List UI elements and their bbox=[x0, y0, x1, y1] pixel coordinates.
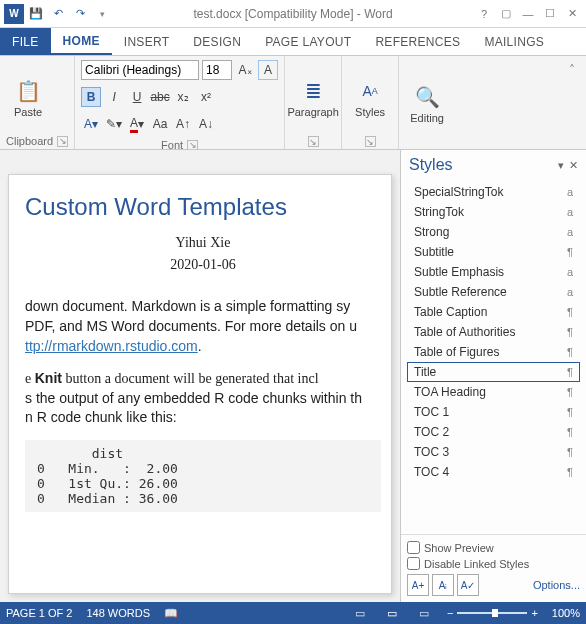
disable-linked-checkbox[interactable]: Disable Linked Styles bbox=[407, 557, 580, 570]
editing-button[interactable]: 🔍Editing bbox=[405, 70, 449, 136]
style-item[interactable]: Title¶ bbox=[407, 362, 580, 382]
tab-file[interactable]: FILE bbox=[0, 28, 51, 55]
style-item[interactable]: TOC 2¶ bbox=[407, 422, 580, 442]
shrink-font-icon[interactable]: A↓ bbox=[196, 114, 216, 134]
underline-button[interactable]: U bbox=[127, 87, 147, 107]
highlight-icon[interactable]: ✎▾ bbox=[104, 114, 124, 134]
style-item-mark: ¶ bbox=[567, 446, 573, 458]
clear-formatting-icon[interactable]: Aₓ bbox=[235, 60, 255, 80]
clipboard-launch-icon[interactable]: ↘ bbox=[57, 136, 68, 147]
paragraph-launch-icon[interactable]: ↘ bbox=[308, 136, 319, 147]
styles-launch-icon[interactable]: ↘ bbox=[365, 136, 376, 147]
bold-button[interactable]: B bbox=[81, 87, 101, 107]
change-case-icon[interactable]: A bbox=[258, 60, 278, 80]
collapse-ribbon-icon[interactable]: ˄ bbox=[562, 60, 582, 80]
group-styles: AAStyles ↘ bbox=[342, 56, 399, 149]
new-style-icon[interactable]: A+ bbox=[407, 574, 429, 596]
ribbon-display-icon[interactable]: ▢ bbox=[496, 4, 516, 24]
italic-button[interactable]: I bbox=[104, 87, 124, 107]
tab-mailings[interactable]: MAILINGS bbox=[472, 28, 556, 55]
style-item-mark: a bbox=[567, 266, 573, 278]
style-item[interactable]: Subtle Emphasisa bbox=[407, 262, 580, 282]
style-item[interactable]: TOC 4¶ bbox=[407, 462, 580, 482]
doc-date[interactable]: 2020-01-06 bbox=[25, 257, 381, 273]
style-item[interactable]: TOA Heading¶ bbox=[407, 382, 580, 402]
strikethrough-button[interactable]: abc bbox=[150, 87, 170, 107]
subscript-button[interactable]: x₂ bbox=[173, 87, 193, 107]
font-launch-icon[interactable]: ↘ bbox=[187, 140, 198, 151]
grow-font-icon[interactable]: A↑ bbox=[173, 114, 193, 134]
styles-button[interactable]: AAStyles bbox=[348, 64, 392, 130]
zoom-in-button[interactable]: + bbox=[531, 607, 537, 619]
style-item-name: Strong bbox=[414, 225, 449, 239]
style-item-mark: ¶ bbox=[567, 326, 573, 338]
style-item[interactable]: Table of Figures¶ bbox=[407, 342, 580, 362]
zoom-out-button[interactable]: − bbox=[447, 607, 453, 619]
view-web-icon[interactable]: ▭ bbox=[415, 606, 433, 620]
style-item[interactable]: StringToka bbox=[407, 202, 580, 222]
style-inspector-icon[interactable]: Aᵢ bbox=[432, 574, 454, 596]
font-size-combo[interactable] bbox=[202, 60, 232, 80]
help-icon[interactable]: ? bbox=[474, 4, 494, 24]
text-fill-icon[interactable]: Aa bbox=[150, 114, 170, 134]
doc-body[interactable]: down document. Markdown is a simple form… bbox=[25, 297, 381, 428]
style-item-mark: ¶ bbox=[567, 306, 573, 318]
word-app-icon[interactable]: W bbox=[4, 4, 24, 24]
tab-insert[interactable]: INSERT bbox=[112, 28, 182, 55]
style-item[interactable]: Table Caption¶ bbox=[407, 302, 580, 322]
paragraph-icon: ≣ bbox=[298, 76, 328, 106]
zoom-slider[interactable] bbox=[457, 612, 527, 614]
tab-page-layout[interactable]: PAGE LAYOUT bbox=[253, 28, 363, 55]
style-item[interactable]: SpecialStringToka bbox=[407, 182, 580, 202]
paragraph-button[interactable]: ≣Paragraph bbox=[291, 64, 335, 130]
clipboard-label: Clipboard bbox=[6, 135, 53, 147]
style-item-name: TOA Heading bbox=[414, 385, 486, 399]
paste-button[interactable]: 📋 Paste bbox=[6, 64, 50, 130]
group-editing: 🔍Editing bbox=[399, 56, 455, 149]
doc-heading[interactable]: Custom Word Templates bbox=[25, 193, 381, 221]
view-print-icon[interactable]: ▭ bbox=[383, 606, 401, 620]
redo-icon[interactable]: ↷ bbox=[70, 4, 90, 24]
styles-list[interactable]: SpecialStringTokaStringTokaStrongaSubtit… bbox=[401, 180, 586, 534]
minimize-icon[interactable]: — bbox=[518, 4, 538, 24]
undo-icon[interactable]: ↶ bbox=[48, 4, 68, 24]
save-icon[interactable]: 💾 bbox=[26, 4, 46, 24]
ribbon: 📋 Paste Clipboard↘ Aₓ A B I U abc x₂ x² bbox=[0, 56, 586, 150]
page-viewport[interactable]: Custom Word Templates Yihui Xie 2020-01-… bbox=[0, 150, 400, 602]
tab-references[interactable]: REFERENCES bbox=[363, 28, 472, 55]
style-item[interactable]: TOC 3¶ bbox=[407, 442, 580, 462]
style-item-mark: a bbox=[567, 286, 573, 298]
styles-options-link[interactable]: Options... bbox=[533, 579, 580, 591]
tab-design[interactable]: DESIGN bbox=[181, 28, 253, 55]
doc-link[interactable]: ttp://rmarkdown.rstudio.com bbox=[25, 338, 198, 354]
manage-styles-icon[interactable]: A✓ bbox=[457, 574, 479, 596]
style-item[interactable]: Stronga bbox=[407, 222, 580, 242]
doc-author[interactable]: Yihui Xie bbox=[25, 235, 381, 251]
maximize-icon[interactable]: ☐ bbox=[540, 4, 560, 24]
status-proofing-icon[interactable]: 📖 bbox=[164, 607, 178, 620]
style-item-name: TOC 2 bbox=[414, 425, 449, 439]
styles-pane-close-icon[interactable]: ✕ bbox=[569, 159, 578, 172]
paste-icon: 📋 bbox=[13, 76, 43, 106]
style-item[interactable]: Subtitle¶ bbox=[407, 242, 580, 262]
tab-home[interactable]: HOME bbox=[51, 28, 112, 55]
view-read-icon[interactable]: ▭ bbox=[351, 606, 369, 620]
style-item[interactable]: Table of Authorities¶ bbox=[407, 322, 580, 342]
close-icon[interactable]: ✕ bbox=[562, 4, 582, 24]
qat-customize-icon[interactable]: ▾ bbox=[92, 4, 112, 24]
status-page[interactable]: PAGE 1 OF 2 bbox=[6, 607, 72, 619]
show-preview-label: Show Preview bbox=[424, 542, 494, 554]
style-item[interactable]: TOC 1¶ bbox=[407, 402, 580, 422]
zoom-level[interactable]: 100% bbox=[552, 607, 580, 619]
status-words[interactable]: 148 WORDS bbox=[86, 607, 150, 619]
font-color-icon[interactable]: A▾ bbox=[127, 114, 147, 134]
paragraph-bigbtn-label: Paragraph bbox=[287, 106, 338, 118]
style-item[interactable]: Subtle Referencea bbox=[407, 282, 580, 302]
styles-bigbtn-label: Styles bbox=[355, 106, 385, 118]
styles-pane-dropdown-icon[interactable]: ▾ bbox=[558, 159, 564, 172]
font-name-combo[interactable] bbox=[81, 60, 199, 80]
superscript-button[interactable]: x² bbox=[196, 87, 216, 107]
code-block[interactable]: dist 0 Min. : 2.00 0 1st Qu.: 26.00 0 Me… bbox=[25, 440, 381, 512]
show-preview-checkbox[interactable]: Show Preview bbox=[407, 541, 580, 554]
text-effects-icon[interactable]: A▾ bbox=[81, 114, 101, 134]
